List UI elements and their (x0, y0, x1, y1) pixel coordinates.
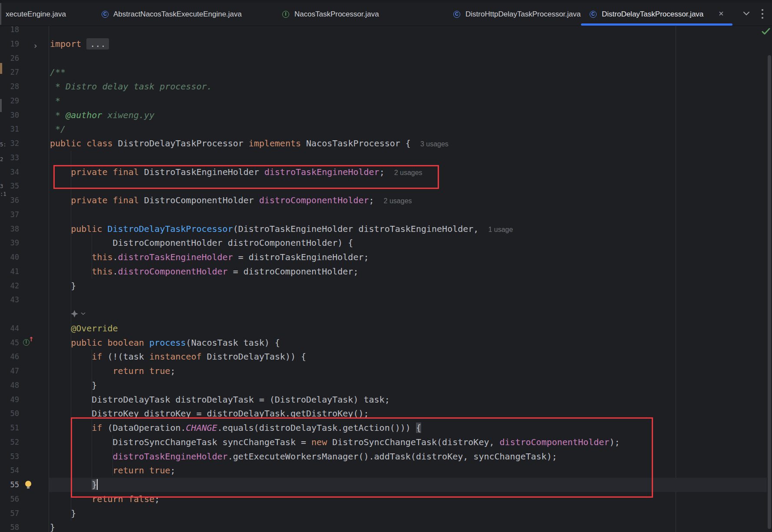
code-line: 26 (0, 51, 772, 66)
code-line: 46 if (!(task instanceof DistroDelayTask… (0, 350, 772, 364)
code-line: 33 (0, 151, 772, 165)
line-number[interactable]: 34 (0, 165, 19, 179)
code-line: 37 (0, 208, 772, 222)
line-number[interactable]: 48 (0, 378, 19, 393)
code-text: @Override (50, 321, 118, 336)
code-text: if (!(task instanceof DistroDelayTask)) … (50, 350, 306, 364)
tab-4-label[interactable]: DistroHttpDelayTaskProcessor.java (465, 10, 581, 19)
code-text: public class DistroDelayTaskProcessor im… (50, 136, 449, 151)
ide-window: 1819›import ...2627/**28 * Distro delay … (0, 0, 772, 532)
code-line: 28 * Distro delay task processor. (0, 79, 772, 94)
code-text: private final DistroComponentHolder dist… (50, 193, 412, 208)
usages-hint[interactable]: 3 usages (411, 140, 449, 148)
code-line: 29 * (0, 94, 772, 108)
code-line: 47 return true; (0, 364, 772, 378)
tab-1-label[interactable]: xecuteEngine.java (6, 10, 66, 19)
code-line: 38 public DistroDelayTaskProcessor(Distr… (0, 222, 772, 236)
line-number[interactable]: 29 (0, 94, 19, 108)
code-text: return true; (50, 364, 175, 378)
folded-imports-chip[interactable]: ... (86, 38, 109, 50)
inspections-ok-icon[interactable] (762, 28, 770, 35)
code-text: } (50, 378, 97, 393)
code-line: 43 (0, 293, 772, 307)
editor-tab-bar: xecuteEngine.javaCAbstractNacosTaskExecu… (0, 0, 772, 26)
kebab-menu-icon[interactable] (761, 9, 764, 19)
tab-2-label[interactable]: AbstractNacosTaskExecuteEngine.java (113, 10, 242, 19)
line-number[interactable]: 40 (0, 250, 19, 264)
line-number[interactable]: 54 (0, 463, 19, 478)
edge-marker (0, 99, 2, 112)
edge-text-fragment: 3 (0, 183, 3, 189)
line-number[interactable]: 53 (0, 449, 19, 464)
window-top-strip (0, 0, 772, 3)
panel-edge (0, 3, 1, 25)
line-number[interactable]: 50 (0, 406, 19, 421)
annotation-red-box (71, 417, 653, 498)
line-number[interactable]: 28 (0, 79, 19, 94)
line-number[interactable]: 42 (0, 279, 19, 293)
code-line: 58} (0, 520, 772, 532)
line-number[interactable]: 56 (0, 492, 19, 506)
interface-icon: I (282, 11, 289, 18)
code-text: this.distroComponentHolder = distroCompo… (50, 264, 358, 279)
line-number[interactable]: 27 (0, 65, 19, 79)
override-up-arrow-icon: ↑ (29, 336, 34, 342)
line-number[interactable]: 47 (0, 364, 19, 378)
line-number[interactable]: 51 (0, 421, 19, 435)
chevron-down-icon[interactable] (743, 12, 749, 16)
line-number[interactable]: 58 (0, 520, 19, 532)
line-number[interactable]: 39 (0, 236, 19, 250)
line-number[interactable]: 57 (0, 506, 19, 521)
code-line: 39 DistroComponentHolder distroComponent… (0, 236, 772, 250)
usages-hint[interactable]: 1 usage (478, 226, 513, 233)
code-text: /** (50, 65, 66, 79)
code-line: 30 * @author xiweng.yy (0, 108, 772, 122)
code-line: 57 } (0, 506, 772, 521)
line-number[interactable]: 45 (0, 336, 19, 350)
code-line: 44 @Override (0, 321, 772, 336)
line-number[interactable]: 44 (0, 321, 19, 336)
code-line: 45I↑ public boolean process(NacosTask ta… (0, 336, 772, 350)
code-text: * Distro delay task processor. (50, 79, 212, 94)
code-text: } (50, 279, 76, 293)
active-tab-underline (581, 23, 732, 26)
code-text: } (50, 506, 76, 521)
line-number[interactable]: 26 (0, 51, 19, 66)
code-line: 27/** (0, 65, 772, 79)
line-number[interactable]: 43 (0, 293, 19, 307)
line-number[interactable]: 49 (0, 393, 19, 407)
edge-text-fragment: 5: (0, 142, 6, 148)
tab-close-icon[interactable]: × (719, 9, 724, 18)
line-number[interactable]: 37 (0, 208, 19, 222)
line-number[interactable]: 46 (0, 350, 19, 364)
line-number[interactable]: 30 (0, 108, 19, 122)
edge-text-fragment: 2 (0, 156, 3, 162)
line-number[interactable]: 19 (0, 37, 19, 51)
code-line: 49 DistroDelayTask distroDelayTask = (Di… (0, 393, 772, 407)
code-text: import ... (50, 37, 109, 51)
tab-5-label[interactable]: DistroDelayTaskProcessor.java (602, 10, 703, 19)
line-number[interactable]: 38 (0, 222, 19, 236)
code-line: 48 } (0, 378, 772, 393)
class-icon: C (590, 11, 597, 18)
code-text: * (50, 94, 60, 108)
scrollbar-thumb[interactable] (768, 55, 771, 529)
code-line: 42 } (0, 279, 772, 293)
chevron-down-icon[interactable] (81, 312, 86, 315)
intention-bulb-icon[interactable] (25, 481, 31, 487)
line-number[interactable]: 55 (0, 478, 19, 492)
vcs-marker (0, 63, 2, 74)
line-number[interactable]: 31 (0, 122, 19, 136)
edge-text-fragment: :1 (0, 191, 6, 197)
code-line: 32public class DistroDelayTaskProcessor … (0, 136, 772, 151)
ai-assistant-icon[interactable] (71, 310, 78, 317)
usages-hint[interactable]: 2 usages (374, 197, 412, 205)
line-number[interactable]: 41 (0, 264, 19, 279)
code-text: public DistroDelayTaskProcessor(DistroTa… (50, 222, 513, 237)
class-icon: C (453, 11, 460, 18)
code-text: } (50, 520, 55, 532)
tab-3-label[interactable]: NacosTaskProcessor.java (294, 10, 379, 19)
line-number[interactable]: 52 (0, 435, 19, 449)
code-line: 36 private final DistroComponentHolder d… (0, 193, 772, 208)
code-line: 19›import ... (0, 37, 772, 51)
